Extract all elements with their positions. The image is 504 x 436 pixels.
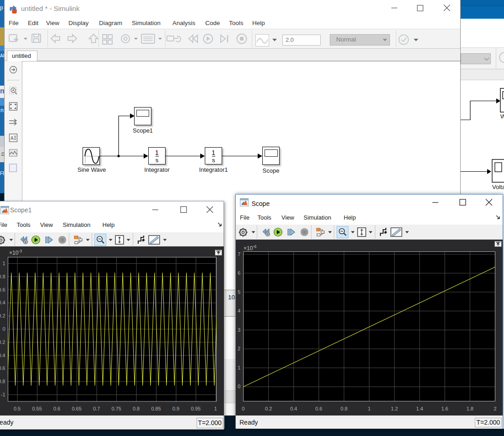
- svg-text:A: A: [10, 136, 14, 141]
